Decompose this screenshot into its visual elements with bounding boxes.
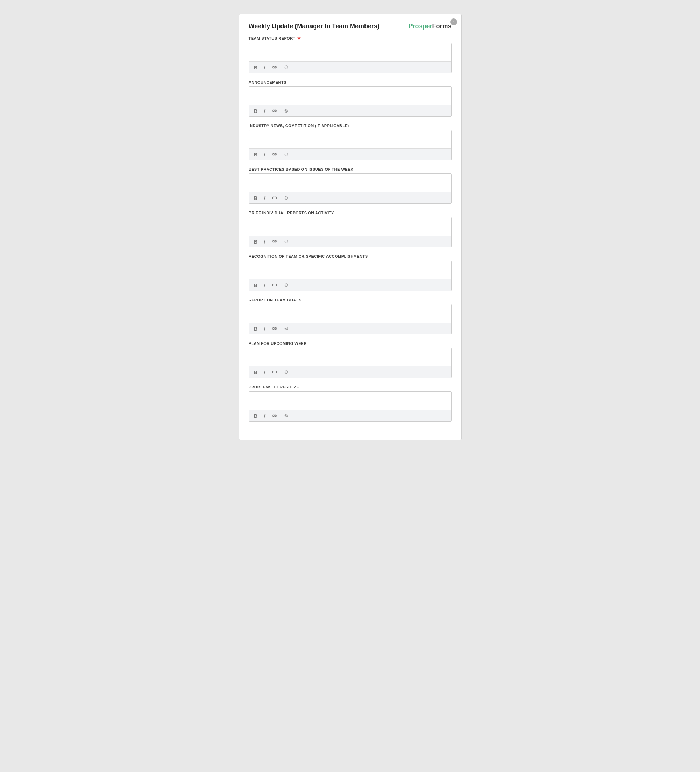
input-industry-news[interactable] (249, 130, 451, 149)
input-team-goals[interactable] (249, 304, 451, 322)
form-container: Weekly Update (Manager to Team Members) … (239, 14, 462, 440)
link-button-best-practices[interactable] (270, 195, 279, 201)
required-indicator: ★ (297, 36, 301, 41)
input-team-status-report[interactable] (249, 43, 451, 61)
editor-area-announcements: BI☺ (249, 87, 451, 117)
emoji-button-problems[interactable]: ☺ (282, 412, 291, 419)
close-button[interactable]: × (450, 18, 457, 25)
editor-area-individual-reports: BI☺ (249, 217, 451, 247)
editor-area-recognition: BI☺ (249, 260, 451, 291)
input-upcoming-week[interactable] (249, 348, 451, 366)
field-group-best-practices: BEST PRACTICES BASED ON ISSUES OF THE WE… (249, 167, 451, 204)
emoji-button-team-goals[interactable]: ☺ (282, 325, 291, 332)
editor-area-upcoming-week: BI☺ (249, 348, 451, 378)
toolbar-recognition: BI☺ (249, 279, 451, 291)
link-button-team-goals[interactable] (270, 325, 279, 332)
link-button-announcements[interactable] (270, 107, 279, 114)
italic-button-announcements[interactable]: I (262, 107, 267, 114)
italic-button-individual-reports[interactable]: I (262, 238, 267, 245)
input-problems[interactable] (249, 392, 451, 410)
bold-button-announcements[interactable]: B (253, 107, 259, 114)
input-best-practices[interactable] (249, 174, 451, 192)
bold-button-individual-reports[interactable]: B (253, 238, 259, 245)
editor-area-team-goals: BI☺ (249, 304, 451, 334)
toolbar-team-goals: BI☺ (249, 322, 451, 334)
italic-button-recognition[interactable]: I (262, 281, 267, 289)
link-button-upcoming-week[interactable] (270, 369, 279, 376)
italic-button-industry-news[interactable]: I (262, 151, 267, 158)
bold-button-best-practices[interactable]: B (253, 195, 259, 202)
label-team-goals: REPORT ON TEAM GOALS (249, 298, 451, 302)
label-team-status-report: TEAM STATUS REPORT★ (249, 36, 451, 41)
label-industry-news: INDUSTRY NEWS, COMPETITION (IF APPLICABL… (249, 124, 451, 128)
emoji-button-announcements[interactable]: ☺ (282, 107, 291, 114)
link-button-recognition[interactable] (270, 281, 279, 288)
italic-button-upcoming-week[interactable]: I (262, 369, 267, 376)
editor-area-problems: BI☺ (249, 391, 451, 422)
toolbar-problems: BI☺ (249, 410, 451, 421)
field-group-problems: PROBLEMS TO RESOLVEBI☺ (249, 385, 451, 422)
emoji-button-individual-reports[interactable]: ☺ (282, 237, 291, 245)
italic-button-best-practices[interactable]: I (262, 195, 267, 202)
italic-button-problems[interactable]: I (262, 412, 267, 419)
editor-area-industry-news: BI☺ (249, 130, 451, 160)
brand-logo: ProsperForms (408, 23, 451, 30)
field-group-industry-news: INDUSTRY NEWS, COMPETITION (IF APPLICABL… (249, 124, 451, 160)
toolbar-announcements: BI☺ (249, 105, 451, 116)
toolbar-best-practices: BI☺ (249, 192, 451, 203)
field-group-announcements: ANNOUNCEMENTSBI☺ (249, 80, 451, 117)
italic-button-team-status-report[interactable]: I (262, 64, 267, 71)
link-button-team-status-report[interactable] (270, 64, 279, 71)
link-button-individual-reports[interactable] (270, 238, 279, 245)
emoji-button-recognition[interactable]: ☺ (282, 281, 291, 289)
bold-button-team-status-report[interactable]: B (253, 64, 259, 71)
form-header: Weekly Update (Manager to Team Members) … (249, 23, 451, 30)
bold-button-industry-news[interactable]: B (253, 151, 259, 158)
link-button-problems[interactable] (270, 412, 279, 419)
brand-forms: Forms (432, 23, 451, 30)
field-group-team-goals: REPORT ON TEAM GOALSBI☺ (249, 298, 451, 334)
label-problems: PROBLEMS TO RESOLVE (249, 385, 451, 389)
emoji-button-industry-news[interactable]: ☺ (282, 150, 291, 158)
field-group-recognition: RECOGNITION OF TEAM OR SPECIFIC ACCOMPLI… (249, 254, 451, 291)
label-announcements: ANNOUNCEMENTS (249, 80, 451, 84)
form-title: Weekly Update (Manager to Team Members) (249, 23, 379, 30)
editor-area-best-practices: BI☺ (249, 173, 451, 204)
label-best-practices: BEST PRACTICES BASED ON ISSUES OF THE WE… (249, 167, 451, 172)
toolbar-team-status-report: BI☺ (249, 61, 451, 73)
bold-button-upcoming-week[interactable]: B (253, 369, 259, 376)
field-group-upcoming-week: PLAN FOR UPCOMING WEEKBI☺ (249, 342, 451, 378)
brand-prosper: Prosper (408, 23, 432, 30)
toolbar-upcoming-week: BI☺ (249, 366, 451, 378)
label-upcoming-week: PLAN FOR UPCOMING WEEK (249, 342, 451, 345)
link-button-industry-news[interactable] (270, 151, 279, 158)
field-group-individual-reports: BRIEF INDIVIDUAL REPORTS ON ACTIVITYBI☺ (249, 211, 451, 247)
emoji-button-best-practices[interactable]: ☺ (282, 194, 291, 202)
bold-button-problems[interactable]: B (253, 412, 259, 419)
italic-button-team-goals[interactable]: I (262, 325, 267, 332)
input-announcements[interactable] (249, 87, 451, 105)
fields-container: TEAM STATUS REPORT★BI☺ANNOUNCEMENTSBI☺IN… (249, 36, 451, 422)
bold-button-recognition[interactable]: B (253, 281, 259, 289)
input-individual-reports[interactable] (249, 218, 451, 236)
toolbar-individual-reports: BI☺ (249, 236, 451, 247)
toolbar-industry-news: BI☺ (249, 149, 451, 160)
emoji-button-team-status-report[interactable]: ☺ (282, 64, 291, 71)
label-recognition: RECOGNITION OF TEAM OR SPECIFIC ACCOMPLI… (249, 254, 451, 258)
field-group-team-status-report: TEAM STATUS REPORT★BI☺ (249, 36, 451, 73)
input-recognition[interactable] (249, 261, 451, 279)
label-individual-reports: BRIEF INDIVIDUAL REPORTS ON ACTIVITY (249, 211, 451, 215)
editor-area-team-status-report: BI☺ (249, 43, 451, 73)
emoji-button-upcoming-week[interactable]: ☺ (282, 368, 291, 376)
bold-button-team-goals[interactable]: B (253, 325, 259, 332)
